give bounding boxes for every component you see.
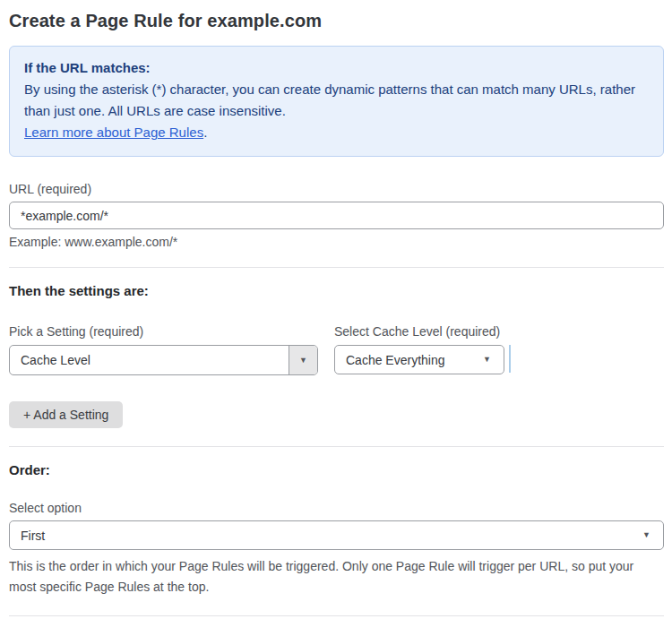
cache-level-select[interactable]: Cache Everything ▼ xyxy=(334,345,504,374)
info-box-heading: If the URL matches: xyxy=(24,57,649,79)
order-select[interactable]: First ▼ xyxy=(9,520,664,550)
cache-level-value: Cache Everything xyxy=(346,353,445,367)
order-select-value: First xyxy=(21,529,45,543)
add-setting-button[interactable]: + Add a Setting xyxy=(9,401,123,428)
info-box-link-line: Learn more about Page Rules. xyxy=(24,122,649,143)
url-input[interactable] xyxy=(9,202,664,229)
link-period: . xyxy=(203,125,207,140)
order-select-label: Select option xyxy=(9,501,664,515)
chevron-down-icon: ▼ xyxy=(483,356,491,364)
setting-separator xyxy=(509,345,511,373)
url-label: URL (required) xyxy=(9,182,664,196)
page-rule-form: Create a Page Rule for example.com If th… xyxy=(0,0,672,619)
settings-row: Pick a Setting (required) Cache Level ▼ … xyxy=(9,324,664,375)
page-title: Create a Page Rule for example.com xyxy=(9,11,664,31)
divider-footer xyxy=(9,615,664,616)
chevron-down-icon: ▼ xyxy=(289,346,317,374)
settings-heading: Then the settings are: xyxy=(9,283,664,298)
cache-level-label: Select Cache Level (required) xyxy=(334,324,504,339)
cache-level-column: Select Cache Level (required) Cache Ever… xyxy=(334,324,504,374)
chevron-down-icon: ▼ xyxy=(642,531,650,539)
divider-top xyxy=(9,267,664,268)
url-match-info-box: If the URL matches: By using the asteris… xyxy=(9,46,664,157)
url-example-help: Example: www.example.com/* xyxy=(9,235,664,249)
pick-setting-label: Pick a Setting (required) xyxy=(9,324,318,339)
divider-order xyxy=(9,446,664,447)
info-box-body: By using the asterisk (*) character, you… xyxy=(24,79,649,122)
order-help-text: This is the order in which your Page Rul… xyxy=(9,556,664,598)
pick-setting-select[interactable]: Cache Level ▼ xyxy=(9,345,318,375)
setting-picker-column: Pick a Setting (required) Cache Level ▼ xyxy=(9,324,318,375)
pick-setting-value: Cache Level xyxy=(10,353,289,367)
order-heading: Order: xyxy=(9,462,664,477)
learn-more-link[interactable]: Learn more about Page Rules xyxy=(24,125,203,140)
